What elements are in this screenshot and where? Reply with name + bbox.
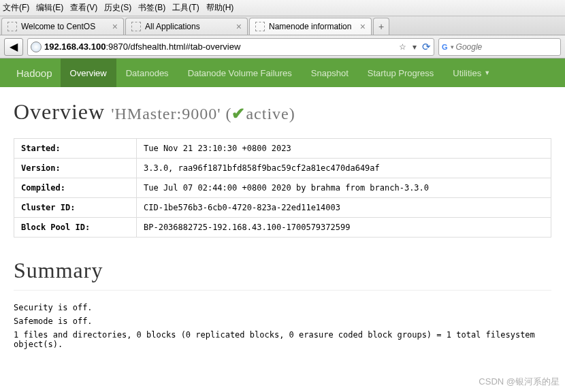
page-content: Overview 'HMaster:9000' (✔active) Starte… [0, 87, 565, 365]
browser-tab[interactable]: Welcome to CentOS × [1, 18, 124, 35]
address-bar[interactable]: 192.168.43.100:9870/dfshealth.html#tab-o… [27, 38, 434, 56]
menu-bookmarks[interactable]: 书签(B) [138, 2, 165, 14]
browser-tab-bar: Welcome to CentOS × All Applications × N… [0, 16, 565, 35]
dropdown-icon[interactable]: ▾ [410, 42, 419, 52]
menu-tools[interactable]: 工具(T) [172, 2, 199, 14]
close-icon[interactable]: × [236, 21, 242, 32]
browser-tab[interactable]: Namenode information × [249, 18, 372, 35]
os-menubar: 文件(F) 编辑(E) 查看(V) 历史(S) 书签(B) 工具(T) 帮助(H… [0, 0, 565, 16]
globe-icon [31, 42, 42, 52]
search-input[interactable] [456, 42, 559, 52]
table-row: Block Pool ID:BP-2036882725-192.168.43.1… [14, 218, 551, 238]
star-icon[interactable]: ☆ [398, 42, 407, 52]
chevron-down-icon: ▼ [484, 69, 490, 76]
nav-snapshot[interactable]: Snapshot [302, 59, 358, 87]
menu-history[interactable]: 历史(S) [104, 2, 131, 14]
table-row: Cluster ID:CID-1be576b3-6cb0-4720-823a-2… [14, 198, 551, 218]
tab-title: Namenode information [269, 22, 356, 31]
page-icon [255, 22, 265, 31]
menu-file[interactable]: 文件(F) [3, 2, 29, 14]
page-title: Overview 'HMaster:9000' (✔active) [14, 99, 551, 125]
check-icon: ✔ [231, 105, 246, 122]
hadoop-brand[interactable]: Hadoop [8, 59, 61, 87]
hadoop-nav: Hadoop Overview Datanodes Datanode Volum… [0, 59, 565, 87]
info-table: Started:Tue Nov 21 23:10:30 +0800 2023 V… [14, 138, 551, 238]
tab-title: Welcome to CentOS [21, 22, 108, 31]
table-row: Version:3.3.0, raa96f1871bfd858f9bac59cf… [14, 159, 551, 178]
menu-help[interactable]: 帮助(H) [206, 2, 234, 14]
menu-edit[interactable]: 编辑(E) [36, 2, 63, 14]
close-icon[interactable]: × [112, 21, 118, 32]
menu-view[interactable]: 查看(V) [70, 2, 97, 14]
table-row: Compiled:Tue Jul 07 02:44:00 +0800 2020 … [14, 178, 551, 198]
nav-overview[interactable]: Overview [61, 59, 116, 87]
tab-title: All Applications [145, 22, 232, 31]
reload-icon[interactable]: ⟳ [422, 41, 431, 53]
browser-tab[interactable]: All Applications × [125, 18, 248, 35]
table-row: Started:Tue Nov 21 23:10:30 +0800 2023 [14, 139, 551, 159]
page-icon [131, 22, 141, 31]
url-text: 192.168.43.100:9870/dfshealth.html#tab-o… [44, 42, 395, 52]
page-icon [7, 22, 17, 31]
nav-startup-progress[interactable]: Startup Progress [358, 59, 444, 87]
summary-line: Security is off. [14, 303, 551, 312]
search-dropdown-icon[interactable]: ▾ [451, 44, 454, 50]
nav-utilities[interactable]: Utilities▼ [443, 59, 500, 87]
nav-datanodes[interactable]: Datanodes [116, 59, 178, 87]
summary-line: 1 files and directories, 0 blocks (0 rep… [14, 330, 551, 349]
nav-datanode-failures[interactable]: Datanode Volume Failures [178, 59, 302, 87]
google-icon: G [442, 42, 448, 52]
back-button[interactable]: ◀ [4, 38, 23, 56]
search-bar[interactable]: G ▾ [438, 38, 561, 56]
summary-line: Safemode is off. [14, 316, 551, 326]
close-icon[interactable]: × [360, 21, 366, 32]
new-tab-button[interactable]: + [373, 18, 389, 35]
browser-nav-bar: ◀ 192.168.43.100:9870/dfshealth.html#tab… [0, 35, 565, 59]
summary-title: Summary [14, 258, 551, 291]
